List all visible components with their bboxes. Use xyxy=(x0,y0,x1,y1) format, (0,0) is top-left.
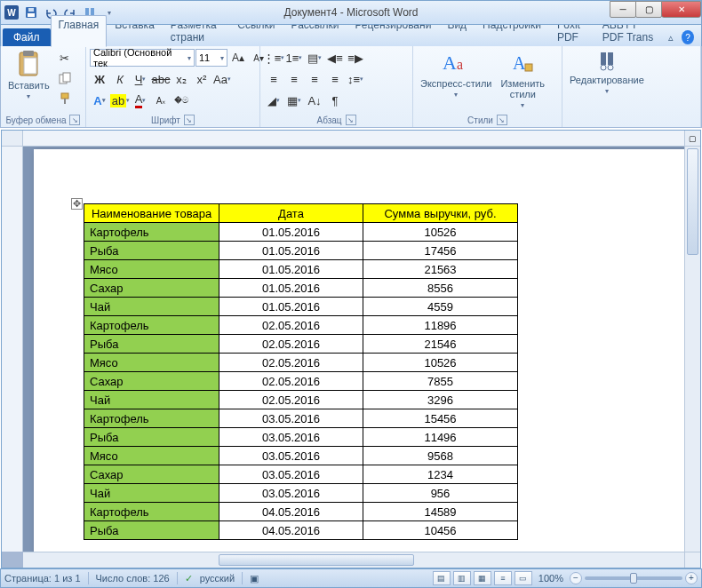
table-row[interactable]: Картофель04.05.201614589 xyxy=(84,503,518,521)
table-cell[interactable]: 02.05.2016 xyxy=(219,316,363,335)
table-row[interactable]: Сахар03.05.20161234 xyxy=(84,465,518,484)
table-row[interactable]: Сахар02.05.20167855 xyxy=(84,372,518,391)
table-row[interactable]: Картофель02.05.201611896 xyxy=(84,316,518,335)
table-cell[interactable]: 956 xyxy=(363,484,518,503)
superscript-button[interactable]: x² xyxy=(192,69,211,89)
file-tab[interactable]: Файл xyxy=(3,28,51,46)
bullets-button[interactable]: ⋮≡▾ xyxy=(264,48,283,68)
table-header[interactable]: Дата xyxy=(219,204,363,223)
minimize-ribbon-button[interactable]: ▵ xyxy=(666,31,676,44)
table-cell[interactable]: 02.05.2016 xyxy=(219,335,363,354)
table-cell[interactable]: 02.05.2016 xyxy=(219,372,363,391)
table-cell[interactable]: Мясо xyxy=(84,447,219,465)
table-cell[interactable]: Картофель xyxy=(84,503,219,521)
table-cell[interactable]: Чай xyxy=(84,298,219,316)
table-cell[interactable]: 03.05.2016 xyxy=(219,447,363,465)
table-header[interactable]: Наименование товара xyxy=(84,204,219,223)
text-effects-button[interactable]: A▾ xyxy=(90,91,109,110)
zoom-value[interactable]: 100% xyxy=(538,573,563,584)
table-row[interactable]: Сахар01.05.20168556 xyxy=(84,279,518,298)
table-cell[interactable]: Сахар xyxy=(84,279,219,298)
table-cell[interactable]: 11496 xyxy=(363,428,518,447)
table-cell[interactable]: 11896 xyxy=(363,316,518,335)
zoom-in-button[interactable]: + xyxy=(685,572,698,584)
status-words[interactable]: Число слов: 126 xyxy=(96,573,170,584)
table-row[interactable]: Чай03.05.2016956 xyxy=(84,484,518,503)
table-cell[interactable]: 01.05.2016 xyxy=(219,298,363,316)
table-row[interactable]: Мясо02.05.201610526 xyxy=(84,354,518,372)
zoom-out-button[interactable]: − xyxy=(570,572,582,584)
save-button[interactable] xyxy=(22,4,40,21)
styles-launcher[interactable]: ↘ xyxy=(497,115,507,125)
table-cell[interactable]: 21546 xyxy=(363,335,518,354)
table-row[interactable]: Рыба02.05.201621546 xyxy=(84,335,518,354)
table-move-handle[interactable]: ✥ xyxy=(71,198,83,210)
multilevel-button[interactable]: ▤▾ xyxy=(305,48,324,68)
status-lang[interactable]: русский xyxy=(200,573,235,584)
view-web[interactable]: ▦ xyxy=(474,571,491,585)
enclose-chars-button[interactable]: �ම xyxy=(172,91,191,110)
table-cell[interactable]: 03.05.2016 xyxy=(219,428,363,447)
align-left-button[interactable]: ≡ xyxy=(264,69,283,89)
table-cell[interactable]: 14589 xyxy=(363,503,518,521)
table-row[interactable]: Рыба03.05.201611496 xyxy=(84,428,518,447)
sort-button[interactable]: A↓ xyxy=(305,91,324,110)
font-color-button[interactable]: A▾ xyxy=(131,91,150,110)
page[interactable]: ✥ Наименование товараДатаСумма выручки, … xyxy=(34,149,684,552)
ruler-vertical[interactable] xyxy=(2,147,23,552)
table-cell[interactable]: Чай xyxy=(84,484,219,503)
table-cell[interactable]: 10526 xyxy=(363,354,518,372)
table-cell[interactable]: 15456 xyxy=(363,409,518,428)
table-cell[interactable]: 04.05.2016 xyxy=(219,521,363,540)
table-cell[interactable]: 21563 xyxy=(363,260,518,279)
increase-indent-button[interactable]: ≡▶ xyxy=(346,48,365,68)
document-canvas[interactable]: ✥ Наименование товараДатаСумма выручки, … xyxy=(23,147,684,552)
table-row[interactable]: Чай02.05.20163296 xyxy=(84,391,518,409)
zoom-thumb[interactable] xyxy=(630,573,637,584)
format-painter-button[interactable] xyxy=(55,89,75,108)
table-cell[interactable]: Рыба xyxy=(84,521,219,540)
table-row[interactable]: Чай01.05.20164559 xyxy=(84,298,518,316)
table-row[interactable]: Мясо01.05.201621563 xyxy=(84,260,518,279)
table-cell[interactable]: 4559 xyxy=(363,298,518,316)
table-row[interactable]: Картофель03.05.201615456 xyxy=(84,409,518,428)
subscript-button[interactable]: x₂ xyxy=(172,69,191,89)
maximize-button[interactable]: ▢ xyxy=(635,1,662,18)
table-cell[interactable]: Чай xyxy=(84,391,219,409)
table-cell[interactable]: Сахар xyxy=(84,465,219,484)
decrease-indent-button[interactable]: ◀≡ xyxy=(325,48,345,68)
close-button[interactable]: ✕ xyxy=(661,1,701,18)
table-cell[interactable]: 9568 xyxy=(363,447,518,465)
change-styles-button[interactable]: A Изменить стили▾ xyxy=(497,48,548,111)
table-cell[interactable]: Рыба xyxy=(84,335,219,354)
grow-font-button[interactable]: A▴ xyxy=(228,48,248,68)
table-cell[interactable]: 02.05.2016 xyxy=(219,354,363,372)
table-cell[interactable]: 8556 xyxy=(363,279,518,298)
minimize-button[interactable]: ─ xyxy=(610,1,636,18)
ruler-toggle[interactable]: ▢ xyxy=(684,131,700,147)
align-center-button[interactable]: ≡ xyxy=(284,69,304,89)
ruler-horizontal[interactable] xyxy=(23,131,684,147)
shading-button[interactable]: ◢▾ xyxy=(264,91,283,110)
table-cell[interactable]: Сахар xyxy=(84,372,219,391)
font-name-combo[interactable]: Calibri (Основной тек▾ xyxy=(90,49,195,67)
table-cell[interactable]: Рыба xyxy=(84,428,219,447)
table-cell[interactable]: 02.05.2016 xyxy=(219,391,363,409)
tab-главная[interactable]: Главная xyxy=(51,15,108,47)
macro-record-icon[interactable]: ▣ xyxy=(250,573,259,584)
table-cell[interactable]: Рыба xyxy=(84,242,219,260)
table-cell[interactable]: 03.05.2016 xyxy=(219,484,363,503)
justify-button[interactable]: ≡ xyxy=(325,69,345,89)
view-outline[interactable]: ≡ xyxy=(494,571,512,585)
table-cell[interactable]: 04.05.2016 xyxy=(219,503,363,521)
font-launcher[interactable]: ↘ xyxy=(184,115,195,125)
strikethrough-button[interactable]: abc xyxy=(151,69,171,89)
table-cell[interactable]: 01.05.2016 xyxy=(219,223,363,242)
table-row[interactable]: Рыба04.05.201610456 xyxy=(84,521,518,540)
table-cell[interactable]: 01.05.2016 xyxy=(219,242,363,260)
scrollbar-horizontal[interactable] xyxy=(23,552,684,568)
borders-button[interactable]: ▦▾ xyxy=(284,91,304,110)
table-header[interactable]: Сумма выручки, руб. xyxy=(363,204,518,223)
clipboard-launcher[interactable]: ↘ xyxy=(69,115,80,125)
table-cell[interactable]: 17456 xyxy=(363,242,518,260)
